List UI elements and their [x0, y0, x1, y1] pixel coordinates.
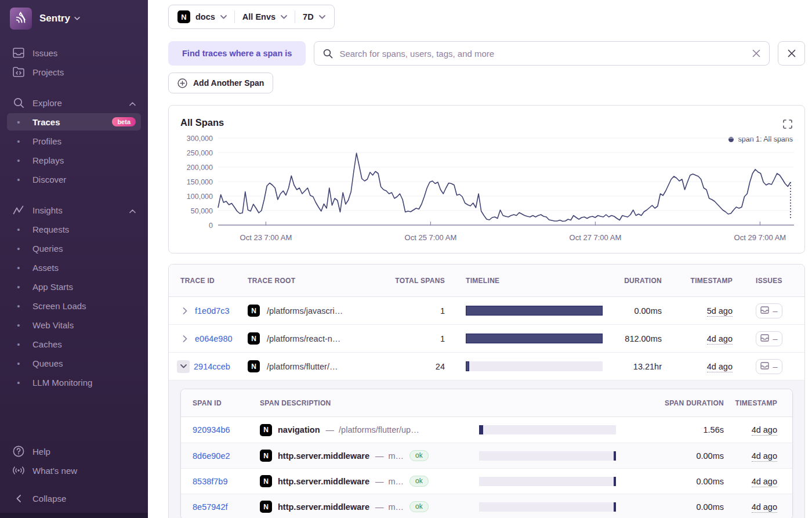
span-status-badge: ok	[409, 501, 429, 512]
collapse-label: Collapse	[32, 494, 66, 503]
svg-text:300,000: 300,000	[187, 135, 213, 143]
find-traces-chip[interactable]: Find traces where a span is	[168, 41, 306, 66]
search-input[interactable]	[339, 49, 746, 59]
span-id-link[interactable]: 8538f7b9	[193, 477, 227, 486]
project-filter[interactable]: N docs	[177, 10, 227, 23]
svg-text:Oct 25 7:00 AM: Oct 25 7:00 AM	[405, 233, 457, 242]
sidebar-item-label: Issues	[32, 48, 57, 58]
bullet-icon: •	[12, 358, 25, 368]
bullet-icon: •	[12, 175, 25, 184]
span-id-link[interactable]: 920934b6	[193, 425, 230, 434]
span-op: navigation	[278, 425, 320, 434]
issues-badge[interactable]: –	[756, 331, 782, 346]
sidebar-item-app-starts[interactable]: • App Starts	[7, 278, 141, 295]
add-another-span-label: Add Another Span	[193, 78, 264, 88]
date-range-filter[interactable]: 7D	[303, 12, 325, 21]
timestamp-cell: 4d ago	[673, 362, 746, 371]
timeline-cell	[456, 361, 612, 371]
trace-id-link[interactable]: e064e980	[195, 334, 233, 343]
add-another-span-button[interactable]: Add Another Span	[168, 73, 273, 93]
issues-inbox-icon	[760, 306, 769, 316]
nextjs-platform-icon: N	[248, 305, 260, 317]
timestamp-cell: 5d ago	[673, 306, 746, 316]
sidebar-item-profiles[interactable]: • Profiles	[7, 132, 141, 150]
span-row[interactable]: 8d6e90e2 N http.server.middleware — m… o…	[181, 443, 792, 468]
span-timestamp-cell: 4d ago	[731, 477, 781, 486]
span-timeline-marker	[614, 502, 615, 512]
sidebar-item-caches[interactable]: • Caches	[7, 335, 141, 353]
traces-table: TRACE IDTRACE ROOTTOTAL SPANSTIMELINEDUR…	[168, 264, 805, 518]
trace-row[interactable]: f1e0d7c3 N /platforms/javascri… 1 0.00ms…	[169, 297, 804, 325]
nextjs-platform-icon: N	[260, 475, 272, 487]
sidebar-bottom-cutoff	[0, 513, 148, 518]
sidebar-item-llm-monitoring[interactable]: • LLM Monitoring	[7, 374, 141, 391]
sidebar-section-explore[interactable]: Explore	[7, 94, 141, 111]
column-header-duration: DURATION	[612, 277, 673, 285]
trace-row[interactable]: e064e980 N /platforms/react-n… 1 812.00m…	[169, 325, 804, 353]
sidebar-item-assets[interactable]: • Assets	[7, 259, 141, 276]
clear-search-icon[interactable]	[752, 49, 760, 57]
sidebar-item-screen-loads[interactable]: • Screen Loads	[7, 297, 141, 314]
issues-badge[interactable]: –	[756, 303, 782, 318]
sidebar-item-queues[interactable]: • Queues	[7, 354, 141, 372]
sidebar-item-help[interactable]: Help	[7, 443, 141, 460]
duration-cell: 812.00ms	[612, 334, 673, 343]
traces-table-header: TRACE IDTRACE ROOTTOTAL SPANSTIMELINEDUR…	[169, 265, 804, 297]
sidebar-section-gap	[7, 190, 141, 200]
span-timestamp-cell: 4d ago	[731, 502, 781, 512]
span-column-header-span-description: SPAN DESCRIPTION	[260, 399, 471, 407]
span-op: http.server.middleware	[278, 477, 369, 486]
sidebar-item-issues[interactable]: Issues	[7, 44, 141, 61]
sidebar-item-web-vitals[interactable]: • Web Vitals	[7, 316, 141, 334]
find-traces-chip-label: Find traces where a span is	[182, 49, 292, 58]
issues-cell: –	[746, 359, 782, 374]
caret-up-icon[interactable]	[129, 205, 136, 215]
span-description-text: — /platforms/flutter/up…	[326, 425, 419, 434]
trace-id-link[interactable]: f1e0d7c3	[195, 306, 230, 316]
column-header-trace-root: TRACE ROOT	[248, 277, 390, 285]
issues-dash: –	[773, 334, 777, 343]
broadcast-icon	[12, 466, 25, 475]
sidebar-section-insights[interactable]: Insights	[7, 201, 141, 219]
issues-cell: –	[746, 331, 782, 346]
collapse-trace-button[interactable]	[177, 360, 190, 373]
span-id-link[interactable]: 8e57942f	[193, 502, 227, 512]
remove-span-condition-button[interactable]	[778, 41, 805, 66]
span-row[interactable]: 8e57942f N http.server.middleware — m… o…	[181, 494, 792, 518]
caret-up-icon[interactable]	[129, 98, 136, 108]
sidebar-item-queries[interactable]: • Queries	[7, 240, 141, 257]
org-switcher[interactable]: Sentry	[39, 13, 80, 24]
environment-filter[interactable]: All Envs	[242, 12, 287, 21]
sidebar-item-traces[interactable]: • Traces beta	[7, 113, 141, 131]
svg-text:50,000: 50,000	[191, 207, 213, 215]
org-name: Sentry	[39, 13, 70, 24]
duration-cell: 13.21hr	[612, 362, 673, 371]
sidebar-item-replays[interactable]: • Replays	[7, 151, 141, 169]
sidebar-item-projects[interactable]: Projects	[7, 63, 141, 81]
span-op: http.server.middleware	[278, 502, 369, 512]
traces-table-body: f1e0d7c3 N /platforms/javascri… 1 0.00ms…	[169, 297, 804, 518]
sidebar-item-requests[interactable]: • Requests	[7, 220, 141, 238]
trace-row[interactable]: 2914cceb N /platforms/flutter/… 24 13.21…	[169, 353, 804, 381]
span-id-link[interactable]: 8d6e90e2	[193, 451, 230, 461]
span-description-text: — m…	[375, 502, 404, 512]
expand-chart-icon[interactable]	[783, 119, 792, 131]
issues-badge[interactable]: –	[756, 359, 782, 374]
span-row[interactable]: 920934b6 N navigation — /platforms/flutt…	[181, 417, 792, 443]
bullet-icon: •	[12, 155, 25, 165]
chevron-right-icon[interactable]	[181, 307, 189, 314]
trace-id-link[interactable]: 2914cceb	[194, 362, 230, 371]
sidebar-collapse-button[interactable]: Collapse	[7, 490, 141, 507]
span-duration-cell: 1.56s	[625, 425, 731, 434]
issues-dash: –	[773, 362, 777, 371]
trace-root-cell: N /platforms/react-n…	[248, 332, 390, 345]
span-row[interactable]: 8538f7b9 N http.server.middleware — m… o…	[181, 468, 792, 494]
sidebar-item-discover[interactable]: • Discover	[7, 171, 141, 188]
brand-row[interactable]: Sentry	[0, 0, 148, 34]
chevron-right-icon[interactable]	[181, 335, 189, 342]
sidebar-item-label: Web Vitals	[32, 320, 74, 330]
sidebar-item-what-s-new[interactable]: What's new	[7, 462, 141, 479]
sidebar-section-label: Explore	[32, 98, 62, 108]
sidebar-item-label: Caches	[32, 339, 62, 349]
span-id-cell: 8d6e90e2	[193, 451, 260, 461]
